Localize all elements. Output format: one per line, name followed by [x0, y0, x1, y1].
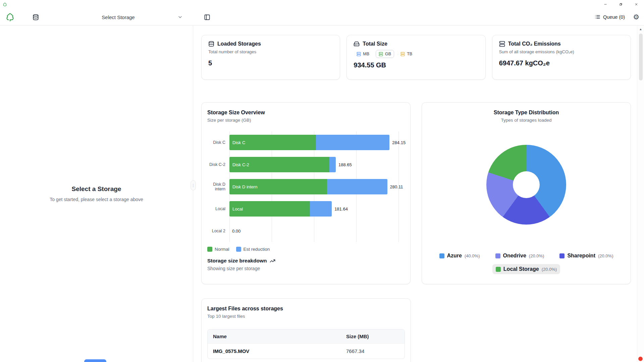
scroll-up-arrow[interactable]: ▲: [637, 27, 644, 31]
legend-swatch: [439, 253, 444, 258]
chart-title: Storage Type Distribution: [428, 110, 625, 116]
table-header: Name Size (MB): [208, 329, 405, 343]
pie-legend-item-onedrive[interactable]: Onedrive(20.0%): [492, 251, 548, 261]
legend-label: Local Storage: [503, 266, 539, 272]
main-content: Loaded Storages Total number of storages…: [194, 25, 637, 362]
bar-category-label: Local 2: [207, 229, 225, 233]
bar-value-label: 0.00: [232, 229, 240, 234]
gear-icon: ⚙: [633, 13, 639, 21]
largest-files-card: Largest Files across storages Top 10 lar…: [201, 298, 411, 362]
column-header-size: Size (MB): [341, 329, 405, 343]
server-icon: [357, 52, 361, 56]
storage-size-overview-card: Storage Size Overview Size per storage (…: [201, 102, 411, 284]
queue-label: Queue (0): [603, 14, 625, 20]
toolbar-right: Queue (0) ⚙: [595, 9, 639, 25]
bar-segment-est-reduction[interactable]: [310, 201, 332, 217]
pie-legend-item-azure[interactable]: Azure(40.0%): [436, 251, 483, 261]
app-window: Select Storage Queue (0) ⚙ Sele: [0, 0, 644, 362]
trending-up-icon: [270, 258, 275, 264]
table-body: IMG_0575.MOV7667.34: [208, 343, 405, 359]
minimize-button[interactable]: [598, 0, 613, 9]
pie-legend-item-local-storage[interactable]: Local Storage(20.0%): [492, 264, 560, 274]
storage-breakdown-link[interactable]: Storage size breakdown: [207, 258, 275, 264]
close-icon: [634, 2, 638, 6]
settings-button[interactable]: ⚙: [633, 13, 639, 20]
peek-button[interactable]: [84, 359, 106, 362]
vertical-scrollbar[interactable]: ▲: [637, 25, 644, 362]
donut-hole: [513, 171, 540, 198]
breakdown-label: Storage size breakdown: [207, 258, 267, 264]
storage-select-dropdown[interactable]: Select Storage: [50, 11, 186, 23]
restore-button[interactable]: [613, 0, 629, 9]
bar-segment-normal[interactable]: Local: [229, 201, 310, 217]
server-icon: [499, 41, 505, 47]
co2-emissions-card: Total CO₂ Emissions Sum of all storage e…: [492, 35, 631, 80]
bar-row-disk-c: Disk CDisk C284.15: [207, 131, 398, 154]
legend-label: Azure: [447, 253, 462, 259]
bar-category-label: Disk C-2: [207, 162, 225, 167]
panel-left-icon: [204, 14, 210, 20]
legend-label: Est reduction: [244, 247, 270, 252]
bar-row-local: LocalLocal181.64: [207, 198, 398, 220]
bar-segment-est-reduction[interactable]: [327, 179, 387, 194]
unit-label: MB: [363, 52, 369, 56]
donut-chart: [486, 145, 566, 225]
bar-category-label: Local: [207, 206, 225, 211]
bar-inner-label: Local: [232, 206, 243, 212]
close-button[interactable]: [629, 0, 644, 9]
storages-button[interactable]: [30, 12, 41, 22]
unit-toggle-tb[interactable]: TB: [397, 50, 415, 58]
card-title: Loaded Storages: [217, 41, 261, 47]
sidebar-title: Select a Storage: [72, 185, 121, 193]
pie-legend-item-sharepoint[interactable]: Sharepoint(20.0%): [556, 251, 616, 261]
chart-title: Storage Size Overview: [207, 110, 405, 116]
legend-swatch: [559, 253, 565, 258]
column-header-name: Name: [208, 329, 341, 343]
window-controls: [598, 0, 644, 9]
card-subtitle: Total number of storages: [208, 49, 333, 54]
pie-legend-row: Local Storage(20.0%): [428, 264, 625, 274]
stats-row: Loaded Storages Total number of storages…: [201, 35, 631, 80]
bar-value-label: 280.11: [390, 184, 403, 189]
sidebar-subtitle: To get started, please select a storage …: [50, 197, 143, 202]
bar-rows: Disk CDisk C284.15Disk C-2Disk C-2188.65…: [207, 131, 398, 242]
legend-item-est-reduction[interactable]: Est reduction: [236, 247, 270, 252]
loaded-storages-value: 5: [208, 59, 333, 67]
tree-icon: [3, 2, 7, 7]
unit-label: GB: [385, 52, 391, 56]
file-name-cell: IMG_0575.MOV: [208, 344, 341, 359]
grip-icon: ⋮: [192, 183, 195, 188]
card-title: Total CO₂ Emissions: [508, 41, 561, 47]
unit-toggle-gb[interactable]: GB: [376, 50, 394, 58]
bar-segment-est-reduction[interactable]: [329, 157, 336, 172]
file-row[interactable]: IMG_0575.MOV7667.34: [208, 343, 405, 359]
legend-swatch: [207, 247, 212, 252]
total-size-value: 934.55 GB: [354, 61, 478, 69]
bar-segment-normal[interactable]: Disk D intern: [229, 179, 327, 194]
bar-inner-label: Disk C-2: [232, 162, 249, 167]
unit-toggle-group: MBGBTB: [354, 50, 478, 58]
bar-value-label: 188.65: [338, 162, 352, 167]
bar-row-disk-d-intern: Disk D internDisk D intern280.11: [207, 176, 398, 198]
queue-button[interactable]: Queue (0): [595, 14, 625, 20]
bar-segment-normal[interactable]: Disk C: [229, 135, 316, 150]
sidebar-toggle-button[interactable]: [201, 11, 213, 23]
bar-track: 0.00: [229, 223, 398, 239]
legend-swatch: [496, 267, 501, 272]
total-size-card: Total Size MBGBTB 934.55 GB: [346, 35, 485, 80]
database-icon: [208, 41, 214, 47]
loaded-storages-card: Loaded Storages Total number of storages…: [201, 35, 340, 80]
notification-dot: [638, 357, 643, 361]
legend-percentage: (20.0%): [529, 253, 544, 258]
legend-item-normal[interactable]: Normal: [207, 247, 229, 252]
bar-track: Disk C284.15: [229, 135, 398, 150]
unit-toggle-mb[interactable]: MB: [354, 50, 372, 58]
bar-segment-est-reduction[interactable]: [316, 135, 389, 150]
bar-segment-normal[interactable]: Disk C-2: [229, 157, 329, 172]
bar-legend: NormalEst reduction: [207, 247, 405, 252]
scrollbar-thumb[interactable]: [639, 34, 643, 80]
bar-track: Disk C-2188.65: [229, 157, 398, 172]
list-icon: [595, 14, 600, 20]
bar-track: Local181.64: [229, 201, 398, 217]
panel-resize-handle[interactable]: ⋮: [191, 180, 196, 190]
